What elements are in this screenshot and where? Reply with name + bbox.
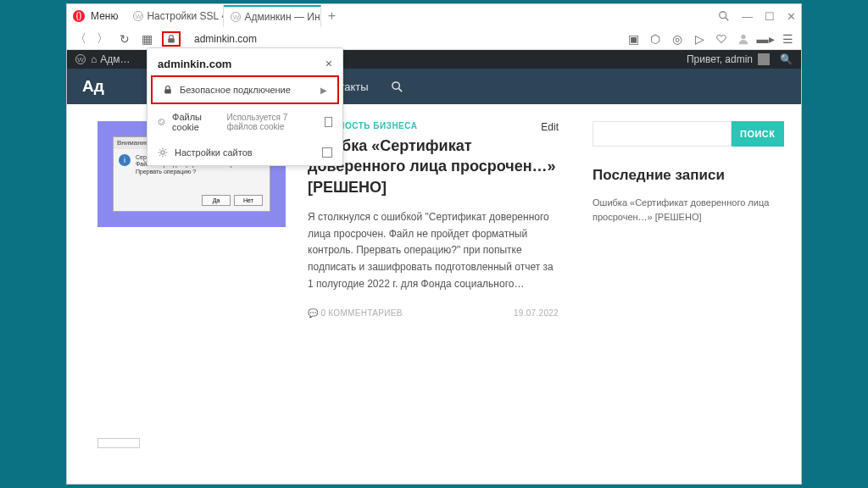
dropdown-domain: adminkin.com — [158, 58, 231, 70]
search-icon[interactable] — [391, 80, 403, 93]
svg-line-19 — [159, 149, 160, 150]
close-icon[interactable]: ✕ — [787, 10, 796, 23]
svg-point-11 — [160, 120, 161, 121]
open-icon — [325, 117, 333, 127]
cookies-sub: Используется 7 файлов cookie — [226, 113, 317, 131]
post: ОТЧЕТНОСТЬ БИЗНЕСА Edit Ошибка «Сертифик… — [308, 121, 559, 467]
speed-dial-icon[interactable]: ▦ — [140, 32, 153, 46]
search-input[interactable] — [593, 121, 732, 147]
bookmark-icon[interactable] — [715, 32, 728, 46]
tab-label: Админкин — Информац… — [244, 11, 321, 23]
tab-adminkin[interactable]: W Админкин — Информац… × — [224, 5, 321, 27]
lock-icon — [163, 85, 173, 95]
maximize-icon[interactable]: ☐ — [765, 10, 775, 23]
secure-label: Безопасное подключение — [180, 85, 291, 95]
search-button[interactable]: ПОИСК — [732, 121, 784, 147]
site-settings-row[interactable]: Настройки сайтов — [147, 140, 342, 165]
svg-point-12 — [162, 122, 163, 123]
titlebar: Меню W Настройки SSL ‹ Админки… W Админк… — [67, 4, 801, 28]
cookie-icon — [158, 117, 165, 127]
recent-post-link[interactable]: Ошибка «Сертификат доверенного лица прос… — [593, 196, 771, 224]
url-text[interactable]: adminkin.com — [194, 33, 257, 45]
play-icon[interactable]: ▷ — [693, 32, 706, 46]
svg-point-10 — [159, 119, 164, 125]
main-area: Внимание i Сертификат доверенного лица п… — [97, 121, 559, 467]
svg-point-2 — [77, 13, 80, 20]
back-icon[interactable]: 〈 — [74, 32, 87, 46]
site-title[interactable]: Ад — [82, 77, 104, 96]
post-date: 19.07.2022 — [514, 308, 559, 318]
svg-line-20 — [165, 155, 166, 156]
svg-line-22 — [165, 149, 166, 150]
close-icon[interactable]: × — [326, 57, 332, 70]
profile-icon[interactable] — [737, 32, 750, 46]
svg-rect-9 — [164, 89, 171, 93]
sidebar-title: Последние записи — [593, 167, 771, 184]
wordpress-icon: W — [231, 12, 241, 22]
sidebar: ПОИСК Последние записи Ошибка «Сертифика… — [593, 121, 771, 467]
site-name[interactable]: Адм… — [100, 53, 130, 65]
search-icon[interactable] — [718, 10, 730, 22]
home-icon[interactable]: ⌂ — [91, 53, 97, 65]
comments-count[interactable]: 💬 0 КОММЕНТАРИЕВ — [308, 308, 403, 318]
post-title[interactable]: Ошибка «Сертификат доверенного лица прос… — [308, 136, 559, 197]
new-tab-button[interactable]: + — [321, 8, 342, 24]
easy-setup-icon[interactable]: ☰ — [781, 32, 794, 46]
site-info-dropdown: adminkin.com × Безопасное подключение ▶ … — [147, 47, 343, 166]
svg-rect-5 — [168, 38, 175, 42]
placeholder-box — [97, 438, 140, 448]
svg-point-14 — [161, 151, 165, 155]
tab-label: Настройки SSL ‹ Админки… — [147, 10, 224, 22]
search-form: ПОИСК — [593, 121, 771, 147]
svg-line-4 — [726, 18, 729, 21]
greeting[interactable]: Привет, admin — [687, 53, 753, 65]
secure-connection-row[interactable]: Безопасное подключение ▶ — [151, 75, 339, 104]
info-icon: i — [119, 154, 131, 166]
tab-strip: W Настройки SSL ‹ Админки… W Админкин — … — [126, 4, 713, 28]
svg-line-21 — [159, 155, 160, 156]
forward-icon[interactable]: 〉 — [96, 32, 109, 46]
extension-icon[interactable]: ▣ — [626, 32, 640, 46]
chevron-right-icon: ▶ — [320, 86, 327, 95]
lock-icon — [166, 34, 176, 44]
settings-label: Настройки сайтов — [175, 147, 253, 158]
svg-point-13 — [160, 123, 161, 124]
open-icon — [322, 147, 332, 158]
site-info-button[interactable] — [162, 31, 181, 47]
window-controls: — ☐ ✕ — [718, 10, 796, 23]
svg-line-8 — [398, 88, 402, 92]
wordpress-icon[interactable]: W — [75, 54, 86, 64]
reload-icon[interactable]: ↻ — [118, 32, 131, 46]
cookies-row[interactable]: Файлы cookie Используется 7 файлов cooki… — [147, 104, 342, 140]
thumb-yes: Да — [202, 195, 231, 206]
svg-point-3 — [720, 12, 726, 19]
avatar[interactable] — [758, 53, 770, 65]
camera-icon[interactable]: ◎ — [670, 32, 684, 46]
battery-icon[interactable]: ▬▸ — [759, 32, 772, 46]
gear-icon — [158, 147, 168, 158]
minimize-icon[interactable]: — — [742, 10, 753, 23]
opera-icon — [72, 9, 86, 23]
post-excerpt: Я столкнулся с ошибкой "Сертификат довер… — [308, 209, 559, 293]
menu-label[interactable]: Меню — [91, 10, 118, 22]
svg-point-6 — [741, 34, 745, 38]
post-category[interactable]: ОТЧЕТНОСТЬ БИЗНЕСА — [308, 121, 559, 130]
tab-ssl[interactable]: W Настройки SSL ‹ Админки… — [126, 5, 224, 27]
edit-link[interactable]: Edit — [541, 121, 559, 133]
shield-icon[interactable]: ⬡ — [648, 32, 662, 46]
svg-point-7 — [392, 81, 399, 88]
thumb-no: Нет — [234, 195, 263, 206]
cookies-label: Файлы cookie — [172, 112, 216, 132]
search-icon[interactable]: 🔍 — [780, 53, 793, 65]
wordpress-icon: W — [133, 11, 143, 21]
